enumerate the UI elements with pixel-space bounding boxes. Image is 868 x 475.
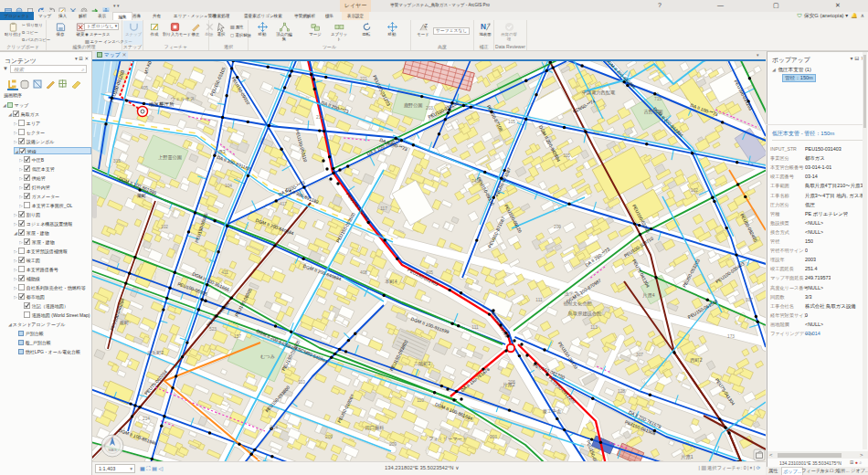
svg-text:209: 209 [554, 225, 561, 229]
svg-text:213: 213 [316, 115, 323, 120]
svg-text:307: 307 [636, 353, 643, 357]
svg-text:715: 715 [654, 97, 662, 101]
svg-text:元魚町2: 元魚町2 [147, 350, 164, 355]
svg-text:104: 104 [225, 184, 232, 188]
svg-text:二階町3: 二階町3 [414, 361, 431, 367]
svg-text:地区整圧所: 地区整圧所 [148, 101, 175, 107]
svg-text:173: 173 [727, 334, 735, 339]
svg-text:221: 221 [360, 77, 367, 81]
svg-text:上野霊公園: 上野霊公園 [158, 154, 182, 161]
svg-text:吉野公園: 吉野公園 [643, 109, 663, 115]
svg-text:209: 209 [389, 442, 397, 447]
svg-text:105: 105 [508, 120, 515, 124]
svg-text:214: 214 [143, 417, 150, 421]
svg-text:菱工中舎: 菱工中舎 [543, 408, 562, 415]
svg-text:111: 111 [535, 298, 543, 302]
svg-text:209: 209 [325, 435, 333, 439]
svg-text:法テラス: 法テラス [564, 290, 583, 297]
svg-text:110: 110 [417, 398, 424, 403]
svg-text:フォミリーマート: フォミリーマート [429, 436, 467, 441]
svg-text:MAG: MAG [108, 448, 116, 452]
svg-text:405: 405 [426, 270, 433, 275]
svg-text:117: 117 [380, 206, 387, 211]
svg-text:206: 206 [508, 380, 515, 385]
svg-text:菱町: 菱町 [120, 320, 129, 326]
svg-text:福祉文化会館: 福祉文化会館 [563, 301, 591, 307]
svg-text:西町2: 西町2 [690, 357, 702, 363]
svg-text:203: 203 [426, 106, 433, 111]
svg-text:ウェルネス: ウェルネス [171, 96, 196, 101]
svg-text:中国電力西配電: 中国電力西配電 [582, 90, 616, 96]
svg-text:315: 315 [113, 159, 121, 164]
svg-text:むつみ: むつみ [260, 354, 275, 359]
svg-text:鳥取県建設会館: 鳥取県建設会館 [567, 311, 601, 317]
svg-text:307: 307 [746, 298, 753, 302]
svg-text:102: 102 [161, 225, 168, 229]
svg-text:102: 102 [691, 188, 698, 193]
svg-text:115: 115 [563, 153, 570, 158]
svg-text:405: 405 [141, 86, 148, 90]
svg-text:157: 157 [234, 334, 241, 339]
svg-text:408: 408 [360, 270, 367, 275]
svg-text:411: 411 [221, 270, 228, 275]
svg-text:N: N [481, 23, 486, 31]
svg-text:田口歯科: 田口歯科 [365, 425, 385, 431]
svg-text:523: 523 [209, 327, 217, 332]
svg-text:本町4: 本町4 [385, 279, 397, 284]
svg-text:113: 113 [590, 325, 598, 330]
svg-text:110: 110 [298, 380, 305, 385]
svg-text:薬町: 薬町 [137, 193, 146, 198]
svg-text:203: 203 [490, 435, 497, 439]
svg-text:片原4: 片原4 [642, 292, 654, 299]
svg-text:鹿野公園: 鹿野公園 [404, 102, 423, 109]
svg-text:111: 111 [471, 325, 479, 330]
svg-text:214: 214 [270, 426, 278, 430]
svg-text:片原3: 片原3 [213, 149, 225, 155]
svg-text:Z: Z [424, 23, 428, 28]
svg-text:743: 743 [471, 179, 479, 184]
svg-text:片原1: 片原1 [681, 454, 693, 460]
svg-text:417: 417 [280, 202, 287, 206]
svg-text:128: 128 [618, 389, 625, 394]
